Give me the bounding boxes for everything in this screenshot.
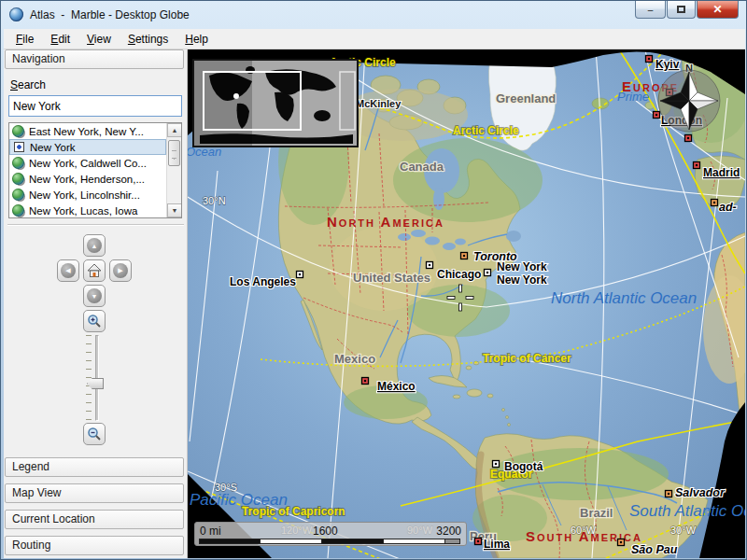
map-label: South Atlantic Oc xyxy=(629,502,745,520)
arrow-right-icon: ▶ xyxy=(113,263,128,278)
search-input[interactable] xyxy=(8,95,182,117)
map-label: South America xyxy=(526,528,642,544)
minimize-icon: – xyxy=(648,5,654,15)
zoom-out-icon xyxy=(87,427,102,441)
scale-segments xyxy=(199,539,460,544)
titlebar[interactable]: Atlas - Marble - Desktop Globe – ✕ xyxy=(1,1,746,29)
search-result-globe-icon xyxy=(12,173,24,185)
list-item[interactable]: New York xyxy=(9,139,166,155)
home-icon xyxy=(87,263,102,278)
map-label: 30°W xyxy=(670,525,697,536)
panel-current-location[interactable]: Current Location xyxy=(5,510,184,529)
maximize-icon xyxy=(677,6,685,13)
map-label: Arctic Circle xyxy=(453,124,519,137)
map-label: ad- xyxy=(719,201,737,214)
map-label: Toronto xyxy=(473,250,517,263)
home-button[interactable] xyxy=(83,259,106,282)
scroll-up-icon[interactable]: ▲ xyxy=(167,123,182,137)
search-result-globe-icon xyxy=(12,157,24,169)
app-globe-icon xyxy=(9,7,23,21)
panel-legend[interactable]: Legend xyxy=(5,457,184,477)
panel-map-view[interactable]: Map View xyxy=(5,483,184,503)
minimize-button[interactable]: – xyxy=(635,1,666,19)
search-results-list[interactable]: East New York, New Y... New York New Yor… xyxy=(8,122,182,218)
map-canvas[interactable]: Arctic CircleArctic CircleTropic of Canc… xyxy=(188,49,745,558)
map-label: Mexico xyxy=(334,352,375,366)
map-label: Tropic of Cancer xyxy=(483,352,571,365)
menu-file[interactable]: File xyxy=(7,30,42,49)
pan-up-button[interactable]: ▲ xyxy=(83,234,106,257)
menu-view[interactable]: View xyxy=(78,30,120,49)
search-result-globe-icon xyxy=(12,204,24,217)
zoom-out-button[interactable] xyxy=(83,423,106,445)
map-label: Bogotá xyxy=(504,460,543,473)
map-label: México xyxy=(377,380,416,393)
pan-left-button[interactable]: ◀ xyxy=(57,259,79,282)
map-label: Los Angeles xyxy=(230,275,296,288)
map-label: Greenland xyxy=(496,91,556,105)
map-label: Chicago xyxy=(437,268,481,281)
scroll-down-icon[interactable]: ▼ xyxy=(167,203,182,217)
menu-settings[interactable]: Settings xyxy=(120,30,176,49)
map-label: North Atlantic Ocean xyxy=(551,289,697,307)
map-label: Brazil xyxy=(580,506,613,520)
crosshair-icon xyxy=(459,285,462,292)
list-item[interactable]: New York, Henderson,... xyxy=(9,171,166,187)
close-icon: ✕ xyxy=(712,3,722,16)
compass[interactable]: N xyxy=(655,57,724,135)
map-label: 30°N xyxy=(203,195,226,206)
arrow-up-icon: ▲ xyxy=(87,238,102,253)
map-label: Pacific Ocean xyxy=(190,491,288,509)
map-label: McKinley xyxy=(356,98,402,109)
scrollbar-thumb[interactable] xyxy=(168,140,180,166)
marble-window: Atlas - Marble - Desktop Globe – ✕ File … xyxy=(0,0,747,560)
map-label: New York xyxy=(497,273,547,287)
pan-right-button[interactable]: ▶ xyxy=(109,259,132,282)
menu-edit[interactable]: Edit xyxy=(42,30,78,49)
zoom-in-icon xyxy=(87,314,102,329)
close-button[interactable]: ✕ xyxy=(697,1,739,19)
list-item[interactable]: New York, Lucas, Iowa xyxy=(9,203,166,218)
crosshair-icon xyxy=(466,297,473,300)
maximize-button[interactable] xyxy=(667,1,696,19)
map-label: Canada xyxy=(400,160,444,174)
arrow-left-icon: ◀ xyxy=(61,263,76,278)
placemark-icon xyxy=(14,142,24,152)
panel-navigation[interactable]: Navigation xyxy=(5,49,184,69)
map-label: North America xyxy=(327,214,444,230)
list-item[interactable]: New York, Lincolnshir... xyxy=(9,187,166,203)
map-label: São Pau xyxy=(631,543,678,556)
search-result-globe-icon xyxy=(12,189,24,201)
menu-help[interactable]: Help xyxy=(176,30,217,49)
crosshair-icon xyxy=(459,303,462,311)
zoom-in-button[interactable] xyxy=(83,310,106,332)
scale-bar: 0 mi 1600 3200 xyxy=(194,522,467,546)
divider xyxy=(7,224,184,225)
crosshair-icon xyxy=(447,297,455,300)
scale-start: 0 mi xyxy=(200,525,221,538)
overview-map[interactable] xyxy=(192,59,359,147)
list-item[interactable]: New York, Caldwell Co... xyxy=(9,155,166,171)
window-title: Atlas - Marble - Desktop Globe xyxy=(30,8,190,21)
arrow-down-icon: ▼ xyxy=(87,288,102,303)
map-label: Lima xyxy=(484,538,510,551)
menubar: File Edit View Settings Help xyxy=(4,29,745,49)
map-label: Salvador xyxy=(675,486,726,499)
search-result-globe-icon xyxy=(12,125,24,137)
scale-end: 3200 xyxy=(436,525,461,538)
map-label: United States xyxy=(353,271,430,285)
sidebar: Navigation Search East New York, New Y..… xyxy=(4,49,188,558)
zoom-slider-handle[interactable] xyxy=(87,378,104,389)
search-label: Search xyxy=(10,78,46,91)
list-scrollbar[interactable]: ▲ ▼ xyxy=(166,123,181,217)
pan-down-button[interactable]: ▼ xyxy=(83,285,106,307)
map-label: Madrid xyxy=(703,166,740,179)
list-item[interactable]: East New York, New Y... xyxy=(9,123,166,139)
panel-routing[interactable]: Routing xyxy=(5,536,184,555)
current-view-dot xyxy=(233,93,239,99)
scale-mid: 1600 xyxy=(313,525,338,538)
